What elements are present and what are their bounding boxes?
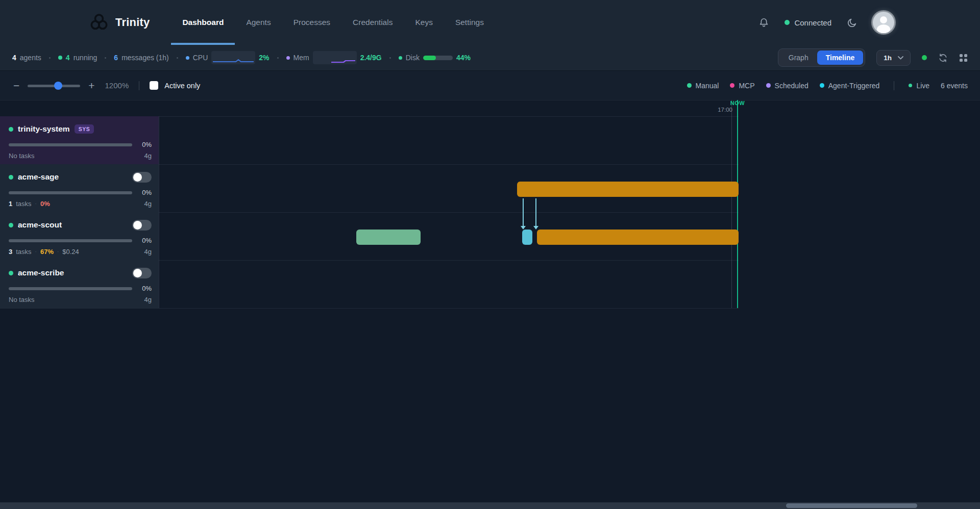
agent-cpu-bar bbox=[9, 143, 132, 146]
agent-cpu-percent: 0% bbox=[138, 189, 152, 196]
task-stat: 67% bbox=[40, 248, 54, 256]
user-avatar[interactable] bbox=[873, 12, 894, 33]
refresh-icon[interactable] bbox=[938, 53, 948, 63]
mem-dot bbox=[286, 56, 290, 60]
agent-status-dot bbox=[9, 175, 13, 180]
timeline-view-button[interactable]: Timeline bbox=[817, 50, 864, 65]
messages-count-label: messages (1h) bbox=[121, 54, 169, 62]
cpu-sparkline bbox=[211, 51, 255, 64]
legend-item-manual: Manual bbox=[687, 82, 719, 90]
agent-tasks-line: No tasks4g bbox=[9, 152, 152, 160]
toggle-knob bbox=[133, 221, 142, 230]
time-tick-label: 17:00 bbox=[718, 107, 732, 113]
running-count-value: 4 bbox=[66, 54, 70, 62]
divider bbox=[139, 81, 139, 90]
agent-status-dot bbox=[9, 223, 13, 227]
task-bar-acme-sage-0[interactable] bbox=[517, 182, 739, 197]
nav-tab-processes[interactable]: Processes bbox=[282, 0, 341, 45]
separator-dot bbox=[389, 57, 391, 59]
agent-title-line: acme-sage bbox=[9, 171, 152, 183]
task-stat: · bbox=[35, 201, 37, 207]
zoom-in-button[interactable]: + bbox=[87, 80, 95, 91]
zoom-out-button[interactable]: − bbox=[12, 80, 20, 91]
agent-row-trinity-system[interactable]: trinity-systemSYS0%No tasks4g bbox=[0, 116, 159, 164]
grid-apps-icon[interactable] bbox=[959, 54, 968, 62]
health-status-dot bbox=[922, 55, 927, 60]
nav-tab-dashboard[interactable]: Dashboard bbox=[171, 0, 235, 45]
disk-stat: Disk 44% bbox=[399, 54, 471, 62]
dependency-arrow bbox=[523, 198, 524, 226]
disk-label: Disk bbox=[406, 54, 420, 62]
zoom-slider-thumb[interactable] bbox=[54, 82, 62, 90]
active-only-label: Active only bbox=[164, 82, 200, 90]
zoom-controls: − + 1200% Active only bbox=[12, 80, 200, 91]
mem-sparkline bbox=[313, 51, 357, 64]
legend-items: ManualMCPScheduledAgent-Triggered bbox=[687, 82, 880, 90]
task-bar-acme-scout-0[interactable] bbox=[356, 230, 421, 245]
separator-dot bbox=[277, 57, 279, 59]
mem-stat: Mem 2.4/9G bbox=[286, 51, 382, 64]
connected-dot bbox=[785, 20, 790, 25]
notifications-bell-icon[interactable] bbox=[758, 17, 769, 28]
timeline-toolbar: − + 1200% Active only ManualMCPScheduled… bbox=[0, 71, 980, 100]
separator-dot bbox=[49, 57, 51, 59]
nav-tab-credentials[interactable]: Credentials bbox=[341, 0, 404, 45]
agent-cpu-bar bbox=[9, 239, 132, 242]
agents-count-label: agents bbox=[20, 54, 41, 62]
messages-count-value: 6 bbox=[114, 54, 118, 62]
zoom-slider[interactable] bbox=[28, 82, 80, 90]
connection-status: Connected bbox=[785, 18, 831, 27]
live-indicator: Live bbox=[909, 82, 929, 90]
messages-count: 6 messages (1h) bbox=[114, 54, 168, 62]
sys-badge: SYS bbox=[75, 124, 94, 134]
status-bar: 4 agents 4 running 6 messages (1h) CPU bbox=[0, 45, 980, 71]
main-nav: DashboardAgentsProcessesCredentialsKeysS… bbox=[171, 0, 495, 45]
agent-cpu-line: 0% bbox=[9, 285, 152, 292]
legend-item-mcp: MCP bbox=[730, 82, 754, 90]
agent-toggle[interactable] bbox=[132, 220, 152, 231]
agent-row-acme-scribe[interactable]: acme-scribe0%No tasks4g bbox=[0, 260, 159, 308]
agent-row-acme-scout[interactable]: acme-scout0%3tasks·67%·$0.244g bbox=[0, 212, 159, 260]
disk-value: 44% bbox=[456, 54, 471, 62]
chevron-down-icon bbox=[898, 56, 903, 60]
agent-tasks-line: 1tasks·0%4g bbox=[9, 200, 152, 208]
task-bar-acme-scout-1[interactable] bbox=[522, 230, 532, 245]
agent-cpu-line: 0% bbox=[9, 237, 152, 244]
hour-gridline bbox=[731, 100, 732, 308]
agent-toggle[interactable] bbox=[132, 268, 152, 278]
graph-view-button[interactable]: Graph bbox=[780, 50, 817, 65]
theme-moon-icon[interactable] bbox=[847, 17, 857, 28]
view-controls: Graph Timeline 1h bbox=[778, 48, 968, 67]
time-range-select[interactable]: 1h bbox=[876, 50, 911, 66]
active-only-checkbox[interactable] bbox=[150, 81, 158, 90]
nav-tab-agents[interactable]: Agents bbox=[235, 0, 282, 45]
live-label: Live bbox=[916, 82, 929, 90]
task-bar-acme-scout-2[interactable] bbox=[537, 230, 739, 245]
nav-tab-settings[interactable]: Settings bbox=[444, 0, 495, 45]
row-separator bbox=[0, 308, 739, 309]
events-count: 6 events bbox=[941, 82, 968, 90]
legend-dot bbox=[687, 83, 692, 88]
task-stat: No tasks bbox=[9, 296, 35, 303]
task-stat: No tasks bbox=[9, 152, 35, 160]
disk-usage-bar bbox=[423, 56, 453, 60]
top-right-cluster: Connected bbox=[758, 0, 980, 45]
separator-dot bbox=[105, 57, 106, 59]
agents-count: 4 agents bbox=[12, 54, 41, 62]
scrollbar-thumb[interactable] bbox=[786, 503, 917, 508]
agent-row-acme-sage[interactable]: acme-sage0%1tasks·0%4g bbox=[0, 164, 159, 212]
agent-toggle[interactable] bbox=[132, 172, 152, 183]
nav-tab-keys[interactable]: Keys bbox=[404, 0, 444, 45]
toggle-knob bbox=[133, 269, 142, 277]
cpu-stat: CPU 2% bbox=[186, 51, 270, 64]
horizontal-scrollbar[interactable] bbox=[0, 502, 980, 509]
running-count: 4 running bbox=[58, 54, 97, 62]
divider bbox=[894, 81, 894, 90]
running-count-label: running bbox=[74, 54, 97, 62]
disk-usage-fill bbox=[423, 56, 436, 60]
agent-memory: 4g bbox=[144, 152, 152, 160]
avatar-shoulders bbox=[877, 24, 890, 33]
legend: ManualMCPScheduledAgent-Triggered Live 6… bbox=[687, 81, 968, 90]
trinity-logo-icon bbox=[90, 13, 108, 32]
zoom-level: 1200% bbox=[105, 81, 129, 90]
